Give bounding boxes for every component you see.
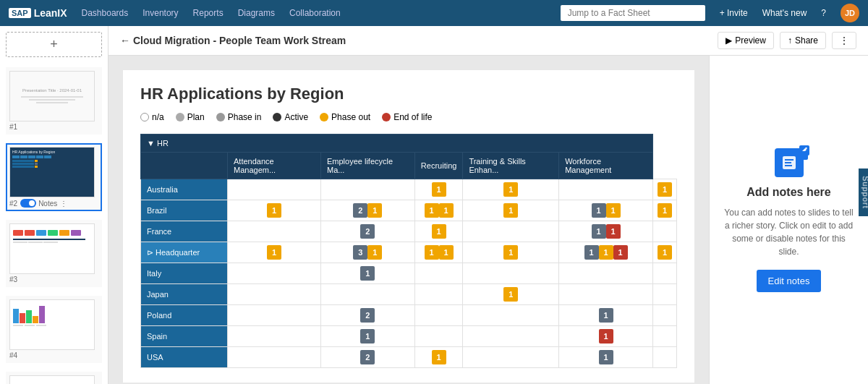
cell-badge: 1: [367, 245, 382, 260]
back-arrow-icon: ←: [120, 35, 130, 46]
cell-badge: 1: [584, 245, 599, 260]
slide-thumb-1[interactable]: Presentation Title · 2024-01-01 #1: [6, 67, 102, 135]
table-cell: [463, 263, 559, 284]
matrix-table: ▼ HR Attendance Managem... Employee life…: [140, 134, 677, 368]
table-cell: [652, 263, 676, 284]
slide-canvas: HR Applications by Region n/a Plan: [109, 56, 868, 384]
edit-icon: [801, 147, 808, 154]
slide-thumb-3[interactable]: #3: [6, 220, 102, 287]
legend-dot-phasein: [216, 113, 225, 121]
nav-reports[interactable]: Reports: [193, 8, 224, 18]
sap-logo: SAP: [9, 8, 31, 18]
leanix-logo-text: LeanIX: [34, 7, 67, 19]
group-label: HR: [157, 139, 169, 148]
help-button[interactable]: ?: [821, 8, 826, 18]
logo: SAP LeanIX: [9, 7, 67, 19]
table-cell: [463, 347, 559, 368]
cell-badge: 1: [658, 182, 672, 197]
table-cell: 11: [559, 221, 653, 242]
nav-inventory[interactable]: Inventory: [142, 8, 178, 18]
table-cell: 1: [320, 326, 414, 347]
cell-badge: 1: [503, 182, 518, 197]
slide-4-preview: [10, 300, 94, 349]
table-cell: [559, 263, 653, 284]
table-cell: 1: [463, 179, 559, 200]
table-cell: [463, 326, 559, 347]
cell-badge: 1: [613, 245, 628, 260]
col-header-1: Employee lifecycle Ma...: [320, 153, 414, 179]
table-cell: 31: [320, 242, 414, 263]
table-cell: 1: [652, 179, 676, 200]
group-header-cell: ▼ HR: [141, 135, 653, 153]
cell-badge: 1: [658, 203, 672, 218]
cell-badge: 1: [599, 308, 613, 323]
region-cell: USA: [141, 347, 228, 368]
slide-2-more[interactable]: ⋮: [60, 200, 67, 208]
edit-notes-button[interactable]: Edit notes: [757, 270, 822, 292]
table-row: Australia 1 1 1: [141, 179, 677, 200]
notes-toggle-switch[interactable]: [20, 199, 36, 208]
back-navigation[interactable]: ← Cloud Migration - People Team Work Str…: [120, 35, 346, 46]
legend-label-plan: Plan: [187, 112, 205, 122]
collapse-icon[interactable]: ▼: [147, 139, 155, 148]
svg-rect-2: [785, 162, 791, 163]
table-cell: [228, 347, 321, 368]
col-header-0: Attendance Managem...: [228, 153, 321, 179]
nav-diagrams[interactable]: Diagrams: [238, 8, 275, 18]
table-cell: [414, 326, 463, 347]
cell-badge: 1: [439, 203, 454, 218]
more-options-button[interactable]: ⋮: [832, 32, 856, 49]
table-cell: 11: [414, 242, 463, 263]
legend-label-na: n/a: [152, 112, 164, 122]
table-row: Japan 1: [141, 284, 677, 305]
col-header-2: Recruiting: [414, 153, 463, 179]
region-col-header: [141, 153, 228, 179]
nav-dashboards[interactable]: Dashboards: [82, 8, 129, 18]
table-cell: 11: [414, 200, 463, 221]
legend-label-eol: End of life: [393, 112, 432, 122]
cell-badge: 1: [592, 224, 606, 239]
notes-toggle[interactable]: Notes: [20, 199, 57, 208]
slide-thumb-4[interactable]: #4: [6, 296, 102, 363]
nav-collaboration[interactable]: Collaboration: [289, 8, 341, 18]
table-cell: [320, 179, 414, 200]
slide-thumb-2[interactable]: HR Applications by Region: [6, 143, 102, 211]
table-cell: 1: [414, 179, 463, 200]
cell-badge: 1: [425, 245, 439, 260]
legend-plan: Plan: [176, 112, 205, 122]
region-cell: France: [141, 221, 228, 242]
table-row: Italy 1: [141, 263, 677, 284]
cell-badge: 1: [606, 203, 621, 218]
legend-active: Active: [273, 112, 308, 122]
cell-badge: 1: [658, 245, 672, 260]
user-avatar[interactable]: JD: [841, 4, 859, 22]
share-button[interactable]: ↑ Share: [780, 32, 826, 49]
slide-thumb-5[interactable]: #5: [6, 372, 102, 384]
preview-button[interactable]: ▶ Preview: [718, 32, 774, 49]
cell-badge: 2: [353, 203, 367, 218]
support-tab[interactable]: Support: [859, 168, 868, 216]
slide-header-bar: ← Cloud Migration - People Team Work Str…: [109, 26, 868, 56]
table-row: France 2 1 11: [141, 221, 677, 242]
header-actions: ▶ Preview ↑ Share ⋮: [718, 32, 856, 49]
table-cell: [320, 284, 414, 305]
table-cell: [228, 221, 321, 242]
slide-header-title: Cloud Migration - People Team Work Strea…: [133, 35, 346, 46]
table-cell: 1: [414, 221, 463, 242]
invite-button[interactable]: + Invite: [720, 8, 748, 18]
notes-panel-title: Add notes here: [746, 186, 830, 199]
region-cell: ⊳ Headquarter: [141, 242, 228, 263]
cell-badge: 1: [599, 350, 613, 364]
whats-new-button[interactable]: What's new: [762, 8, 807, 18]
table-cell: 1: [652, 200, 676, 221]
fact-sheet-search[interactable]: [561, 5, 705, 21]
table-cell: [228, 305, 321, 326]
slide-2-number: #2 Notes ⋮: [9, 199, 98, 208]
table-cell: [463, 305, 559, 326]
table-row: USA 2 1 1: [141, 347, 677, 368]
table-cell: 1: [320, 263, 414, 284]
legend-label-active: Active: [284, 112, 308, 122]
table-cell: 1: [652, 242, 676, 263]
region-cell: Italy: [141, 263, 228, 284]
add-slide-button[interactable]: +: [6, 32, 102, 57]
